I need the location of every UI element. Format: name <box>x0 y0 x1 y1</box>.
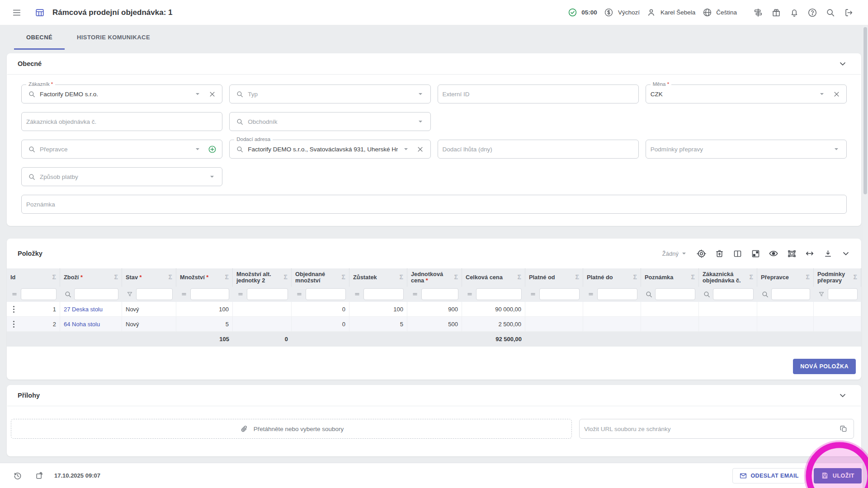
grouping-selector[interactable]: Žádný <box>662 250 688 257</box>
filter-input-platne_od[interactable] <box>539 288 580 300</box>
type-field[interactable] <box>229 84 430 103</box>
filter-input-zustatek[interactable] <box>363 288 404 300</box>
send-email-button[interactable]: ODESLAT EMAIL <box>732 468 806 483</box>
pricing-selector[interactable]: Výchozí <box>604 7 640 18</box>
customer-order-no-field-input[interactable] <box>26 118 215 125</box>
carrier-field-input[interactable] <box>40 146 189 153</box>
column-header-alt2[interactable]: Množství alt. jednotky 2Σ <box>233 268 292 286</box>
filter-input-cena[interactable] <box>421 288 458 300</box>
column-header-poznamka[interactable]: PoznámkaΣ <box>641 268 699 286</box>
filter-input-poznamka[interactable] <box>655 288 695 300</box>
equals-filter-icon[interactable] <box>236 290 245 298</box>
hamburger-menu-icon[interactable] <box>9 5 24 20</box>
currency-field-input[interactable] <box>651 91 814 98</box>
aggregate-sigma-icon[interactable]: Σ <box>52 274 56 281</box>
aggregate-sigma-icon[interactable]: Σ <box>342 274 345 281</box>
equals-filter-icon[interactable] <box>180 290 188 298</box>
signpost-icon[interactable] <box>750 5 766 20</box>
equals-filter-icon[interactable] <box>295 290 303 298</box>
column-header-id[interactable]: IdΣ <box>7 268 60 286</box>
dropdown-caret-icon[interactable] <box>816 89 827 99</box>
column-header-prepravce[interactable]: PřepravceΣ <box>757 268 814 286</box>
bell-icon[interactable] <box>787 5 802 20</box>
tab-historie-komunikace[interactable]: HISTORIE KOMUNIKACE <box>65 25 162 50</box>
file-url-input[interactable] <box>584 426 835 432</box>
customer-order-no-field[interactable] <box>21 112 222 131</box>
search-filter-icon[interactable] <box>761 290 769 298</box>
row-menu-kebab-icon[interactable] <box>10 304 17 314</box>
equals-filter-icon[interactable] <box>587 290 595 298</box>
aggregate-sigma-icon[interactable]: Σ <box>169 274 172 281</box>
search-filter-icon[interactable] <box>703 290 711 298</box>
carrier-field[interactable] <box>21 140 222 159</box>
filter-input-objednane[interactable] <box>306 288 346 300</box>
table-row[interactable]: 264 Noha stoluNový5055002 500,00 <box>7 317 861 332</box>
language-selector[interactable]: Čeština <box>702 7 737 18</box>
column-header-mnozstvi[interactable]: Množství *Σ <box>176 268 233 286</box>
search-filter-icon[interactable] <box>645 290 653 298</box>
dropdown-caret-icon[interactable] <box>415 116 426 127</box>
settings-icon[interactable] <box>692 245 710 262</box>
column-header-stav[interactable]: Stav *Σ <box>122 268 176 286</box>
aggregate-sigma-icon[interactable]: Σ <box>454 274 458 281</box>
add-new-icon[interactable] <box>207 144 217 155</box>
salesperson-field[interactable] <box>229 112 430 131</box>
filter-input-zak_obj[interactable] <box>713 288 754 300</box>
shipping-terms-field[interactable] <box>646 140 847 159</box>
delivery-term-field-input[interactable] <box>443 146 631 153</box>
equals-filter-icon[interactable] <box>529 290 537 298</box>
filter-input-podminky[interactable] <box>828 288 858 300</box>
aggregate-sigma-icon[interactable]: Σ <box>225 274 229 281</box>
gift-icon[interactable] <box>769 5 784 20</box>
type-field-input[interactable] <box>248 91 412 98</box>
new-item-button[interactable]: NOVÁ POLOŽKA <box>793 359 856 374</box>
note-field[interactable] <box>21 195 847 214</box>
column-header-celkova[interactable]: Celková cenaΣ <box>462 268 525 286</box>
dropdown-caret-icon[interactable] <box>831 144 842 155</box>
aggregate-sigma-icon[interactable]: Σ <box>284 274 288 281</box>
currency-field[interactable]: Měna * <box>646 84 847 103</box>
delivery-address-field-input[interactable] <box>248 146 397 153</box>
save-button[interactable]: ULOŽIT <box>814 468 862 483</box>
filter-input-celkova[interactable] <box>476 288 522 300</box>
column-header-platne_do[interactable]: Platné doΣ <box>583 268 641 286</box>
filter-input-id[interactable] <box>21 288 57 300</box>
aggregate-sigma-icon[interactable]: Σ <box>576 274 579 281</box>
equals-filter-icon[interactable] <box>411 290 419 298</box>
aggregate-sigma-icon[interactable]: Σ <box>400 274 403 281</box>
vertical-scrollbar[interactable] <box>863 25 868 488</box>
column-header-zustatek[interactable]: ZůstatekΣ <box>349 268 407 286</box>
column-header-objednane[interactable]: Objednané množstvíΣ <box>292 268 349 286</box>
delivery-term-field[interactable] <box>438 140 639 159</box>
scrollbar-thumb[interactable] <box>863 27 867 194</box>
product-link[interactable]: 64 Noha stolu <box>64 321 100 328</box>
filter-input-stav[interactable] <box>136 288 173 300</box>
product-link[interactable]: 27 Deska stolu <box>64 306 103 313</box>
column-header-cena[interactable]: Jednotková cena *Σ <box>407 268 462 286</box>
file-dropzone[interactable]: Přetáhněte nebo vyberte soubory <box>11 419 572 439</box>
clear-icon[interactable] <box>207 89 217 99</box>
salesperson-field-input[interactable] <box>248 118 412 125</box>
collapse-general-chevron-icon[interactable] <box>835 56 850 71</box>
equals-filter-icon[interactable] <box>466 290 474 298</box>
history-icon[interactable] <box>10 468 25 483</box>
filter-input-mnozstvi[interactable] <box>190 288 229 300</box>
split-columns-icon[interactable] <box>728 245 746 262</box>
logout-icon[interactable] <box>841 5 856 20</box>
dropdown-caret-icon[interactable] <box>207 171 217 182</box>
external-id-field[interactable] <box>438 84 639 103</box>
column-header-podminky[interactable]: Podmínky přepravyΣ <box>814 268 861 286</box>
equals-filter-icon[interactable] <box>353 290 361 298</box>
shipping-terms-field-input[interactable] <box>651 146 828 153</box>
dropdown-caret-icon[interactable] <box>192 144 203 155</box>
external-id-field-input[interactable] <box>443 91 631 98</box>
tab-obecne[interactable]: OBECNÉ <box>14 25 65 50</box>
dropdown-caret-icon[interactable] <box>401 144 411 155</box>
select-region-icon[interactable] <box>783 245 801 262</box>
layout-icon[interactable] <box>746 245 764 262</box>
customer-field-input[interactable] <box>40 91 189 98</box>
fit-width-icon[interactable] <box>801 245 819 262</box>
collapse-attachments-chevron-icon[interactable] <box>835 388 850 403</box>
filter-input-zbozi[interactable] <box>74 288 118 300</box>
delivery-address-field[interactable]: Dodací adresa <box>229 140 430 159</box>
